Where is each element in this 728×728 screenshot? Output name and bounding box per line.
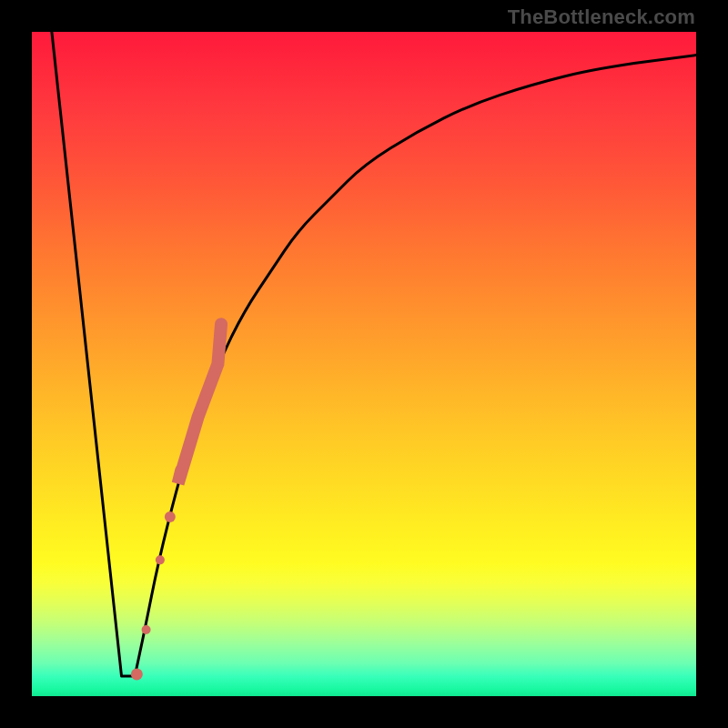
chart-frame: TheBottleneck.com <box>0 0 728 728</box>
highlight-group <box>131 324 221 680</box>
watermark-text: TheBottleneck.com <box>508 5 695 29</box>
plot-area <box>32 32 696 696</box>
curve-group <box>52 32 696 676</box>
highlight-dot <box>165 511 176 522</box>
highlight-dot <box>131 668 143 680</box>
highlight-dot <box>156 555 165 564</box>
chart-svg <box>32 32 696 696</box>
highlight-band <box>178 324 221 483</box>
highlight-dot <box>142 625 151 634</box>
bottleneck-curve <box>52 32 696 676</box>
